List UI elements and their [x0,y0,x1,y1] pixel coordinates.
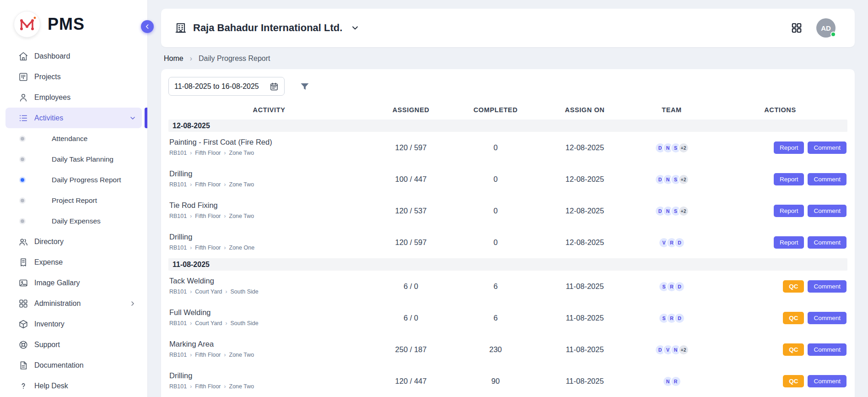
breadcrumb-segment: Zone Two [229,352,254,358]
sidebar-item-support[interactable]: Support [5,334,142,355]
sidebar-subitem-daily-progress-report[interactable]: Daily Progress Report [0,169,147,190]
team-avatar[interactable]: D [674,237,685,248]
team-extra-badge[interactable]: +2 [678,174,689,185]
comment-button[interactable]: Comment [808,375,846,387]
gallery-icon [18,278,28,288]
sidebar-item-image-gallary[interactable]: Image Gallary [5,272,142,293]
app-title: PMS [48,15,85,34]
sidebar-subitem-daily-expenses[interactable]: Daily Expenses [0,211,147,231]
sidebar-item-projects[interactable]: Projects [5,66,142,87]
comment-button[interactable]: Comment [808,312,846,324]
actions-cell: QCComment [713,312,847,324]
calendar-icon [270,82,279,91]
sidebar-item-help-desk[interactable]: Help Desk [5,375,142,396]
comment-button[interactable]: Comment [808,236,846,249]
date-group-label: 11-08-2025 [173,261,210,269]
comment-button[interactable]: Comment [808,343,846,356]
breadcrumb-home[interactable]: Home [164,54,183,63]
date-range-input[interactable]: 11-08-2025 to 16-08-2025 [168,77,285,96]
user-avatar[interactable]: AD [816,18,836,38]
column-header-actions: ACTIONS [713,106,847,114]
assign-on-value: 11-08-2025 [539,282,631,291]
activity-cell: Tie Rod FixingRB101›Fifth Floor›Zone Two [168,195,370,227]
bullet-dot-icon [21,137,24,141]
filter-button[interactable] [299,81,310,92]
funnel-icon [299,81,310,92]
avatar-initials: AD [821,24,831,32]
breadcrumb: Home › Daily Progress Report [164,54,855,63]
team-avatar[interactable]: R [670,376,681,387]
date-group-header: 12-08-2025 [168,120,847,132]
sidebar-item-label: Help Desk [34,382,68,390]
projects-icon [18,72,28,82]
sidebar-item-directory[interactable]: Directory [5,231,142,252]
sidebar-item-documentation[interactable]: Documentation [5,355,142,375]
comment-button[interactable]: Comment [808,141,846,154]
sidebar-item-expense[interactable]: Expense [5,252,142,272]
sidebar-item-dashboard[interactable]: Dashboard [5,46,142,66]
breadcrumb-segment: RB101 [169,352,187,358]
assign-on-value: 12-08-2025 [539,238,631,247]
sidebar-subitem-label: Daily Task Planning [52,155,113,163]
chevron-right-icon: › [190,213,192,219]
team-extra-badge[interactable]: +2 [678,206,689,217]
team-extra-badge[interactable]: +2 [678,344,689,355]
app-logo[interactable]: PMS [0,0,147,46]
breadcrumb-segment: Court Yard [195,288,222,295]
comment-button[interactable]: Comment [808,173,846,185]
activity-cell: Marking AreaRB101›Fifth Floor›Zone Two [168,334,370,365]
completed-value: 0 [452,238,539,247]
chevron-right-icon [129,300,136,307]
breadcrumb-segment: RB101 [169,245,187,251]
completed-value: 0 [452,207,539,215]
team-avatar[interactable]: D [674,281,685,292]
sidebar-item-employees[interactable]: Employees [5,87,142,108]
sidebar-subitem-project-report[interactable]: Project Report [0,190,147,211]
bullet-dot-icon [21,158,24,161]
chevron-right-icon: › [224,352,226,358]
actions-cell: QCComment [713,280,847,293]
report-button[interactable]: Report [774,205,804,217]
sidebar-subitem-label: Attendance [52,135,87,143]
sidebar-item-label: Image Gallary [34,279,80,287]
activity-cell: DrillingRB101›Fifth Floor›Zone Two [168,365,370,397]
breadcrumb-segment: RB101 [169,383,187,390]
report-button[interactable]: Report [774,141,804,154]
topbar-right: AD [791,18,836,38]
building-icon [175,22,187,34]
sidebar-item-administration[interactable]: Administration [5,293,142,314]
activity-cell: DrillingRB101›Fifth Floor›Zone Two [168,163,370,195]
team-extra-badge[interactable]: +2 [678,142,689,153]
comment-button[interactable]: Comment [808,205,846,217]
chevron-down-icon [350,23,360,33]
breadcrumb-segment: Fifth Floor [195,352,221,358]
column-header-assign-on: ASSIGN ON [539,106,631,114]
sidebar-subitem-attendance[interactable]: Attendance [0,128,147,149]
sidebar-collapse-button[interactable] [141,20,154,33]
report-button[interactable]: Report [774,236,804,249]
qc-button[interactable]: QC [783,312,804,324]
online-status-dot [830,32,836,37]
qc-button[interactable]: QC [783,375,804,387]
apps-grid-icon[interactable] [791,22,803,34]
activity-title: Marking Area [169,339,365,348]
completed-value: 0 [452,175,539,184]
qc-button[interactable]: QC [783,343,804,356]
activity-cell: Painting - First Coat (Fire Red)RB101›Fi… [168,132,370,163]
comment-button[interactable]: Comment [808,280,846,293]
team-avatar[interactable]: D [674,313,685,324]
team-cell: DVN+2 [631,344,713,355]
report-button[interactable]: Report [774,173,804,185]
company-selector[interactable]: Raja Bahadur International Ltd. [175,22,360,34]
sidebar-item-activities[interactable]: Activities [5,108,142,128]
dashboard-icon [18,51,28,61]
daily-progress-report-card: 11-08-2025 to 16-08-2025 ACTIVITYASSIGNE… [161,69,855,397]
sidebar: PMS DashboardProjectsEmployeesActivities… [0,0,148,397]
sidebar-item-label: Dashboard [34,52,70,60]
sidebar-subitem-daily-task-planning[interactable]: Daily Task Planning [0,149,147,169]
chevron-right-icon: › [190,288,192,295]
sidebar-subitem-label: Daily Progress Report [52,176,121,184]
qc-button[interactable]: QC [783,280,804,293]
activity-cell: DrillingRB101›Fifth Floor›Zone One [168,227,370,258]
sidebar-item-inventory[interactable]: Inventory [5,314,142,334]
